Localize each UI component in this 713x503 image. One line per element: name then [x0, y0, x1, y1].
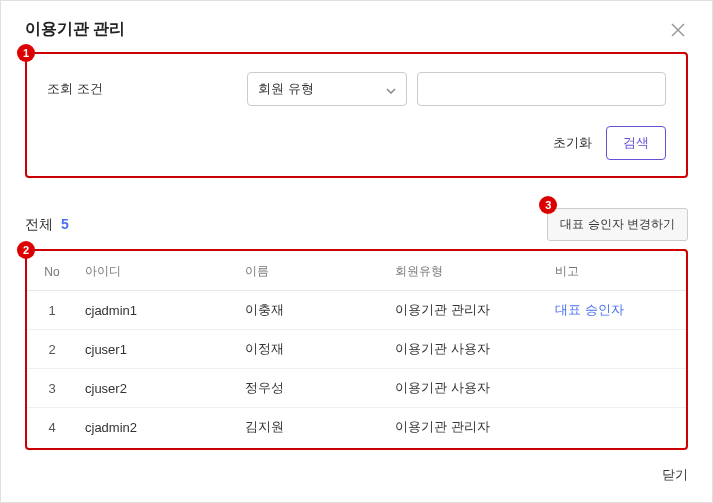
search-panel: 1 조회 조건 회원 유형 초기화 검색	[25, 52, 688, 178]
primary-approver-link[interactable]: 대표 승인자	[555, 302, 624, 317]
cell-type: 이용기관 사용자	[387, 330, 547, 369]
search-row: 조회 조건 회원 유형	[47, 72, 666, 106]
cell-no: 4	[27, 408, 77, 447]
close-icon[interactable]	[668, 20, 688, 40]
chevron-down-icon	[386, 82, 396, 97]
reset-button[interactable]: 초기화	[553, 134, 592, 152]
search-label: 조회 조건	[47, 80, 237, 98]
member-table: No 아이디 이름 회원유형 비고 1cjadmin1이충재이용기관 관리자대표…	[27, 253, 686, 446]
member-type-select[interactable]: 회원 유형	[247, 72, 407, 106]
table-row: 1cjadmin1이충재이용기관 관리자대표 승인자	[27, 291, 686, 330]
cell-note	[547, 408, 686, 447]
cell-note: 대표 승인자	[547, 291, 686, 330]
cell-name: 김지원	[237, 408, 387, 447]
table-row: 3cjuser2정우성이용기관 사용자	[27, 369, 686, 408]
cell-note	[547, 369, 686, 408]
cell-name: 정우성	[237, 369, 387, 408]
close-button[interactable]: 닫기	[662, 466, 688, 484]
cell-note	[547, 330, 686, 369]
modal-title: 이용기관 관리	[25, 19, 125, 40]
cell-type: 이용기관 사용자	[387, 369, 547, 408]
search-input[interactable]	[417, 72, 666, 106]
list-count: 전체 5	[25, 216, 69, 234]
cell-no: 2	[27, 330, 77, 369]
cell-id: cjadmin1	[77, 291, 237, 330]
list-header: 전체 5 3 대표 승인자 변경하기	[25, 208, 688, 241]
col-header-note: 비고	[547, 253, 686, 291]
cell-name: 이충재	[237, 291, 387, 330]
modal-header: 이용기관 관리	[25, 19, 688, 40]
cell-id: cjadmin2	[77, 408, 237, 447]
annotation-badge-1: 1	[17, 44, 35, 62]
modal-footer: 닫기	[662, 466, 688, 484]
table-header-row: No 아이디 이름 회원유형 비고	[27, 253, 686, 291]
cell-type: 이용기관 관리자	[387, 291, 547, 330]
annotation-badge-2: 2	[17, 241, 35, 259]
cell-no: 3	[27, 369, 77, 408]
table-row: 2cjuser1이정재이용기관 사용자	[27, 330, 686, 369]
count-value: 5	[61, 216, 69, 232]
change-approver-button[interactable]: 대표 승인자 변경하기	[547, 208, 688, 241]
cell-id: cjuser2	[77, 369, 237, 408]
col-header-id: 아이디	[77, 253, 237, 291]
col-header-no: No	[27, 253, 77, 291]
col-header-name: 이름	[237, 253, 387, 291]
col-header-type: 회원유형	[387, 253, 547, 291]
table-panel: 2 No 아이디 이름 회원유형 비고 1cjadmin1이충재이용기관 관리자…	[25, 249, 688, 450]
modal-container: 이용기관 관리 1 조회 조건 회원 유형 초기화 검색	[1, 1, 712, 468]
cell-type: 이용기관 관리자	[387, 408, 547, 447]
cell-name: 이정재	[237, 330, 387, 369]
cell-no: 1	[27, 291, 77, 330]
search-button[interactable]: 검색	[606, 126, 666, 160]
count-label: 전체	[25, 216, 53, 232]
select-value: 회원 유형	[258, 80, 314, 98]
cell-id: cjuser1	[77, 330, 237, 369]
search-actions: 초기화 검색	[47, 126, 666, 160]
table-row: 4cjadmin2김지원이용기관 관리자	[27, 408, 686, 447]
